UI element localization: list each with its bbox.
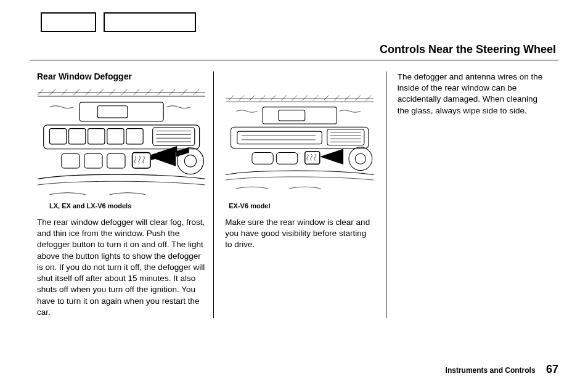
- svg-line-7: [97, 89, 104, 95]
- svg-line-40: [239, 96, 245, 101]
- nav-box-2[interactable]: [104, 12, 196, 32]
- dashboard-illustration-2: [226, 88, 374, 198]
- svg-line-39: [229, 96, 234, 101]
- svg-point-64: [349, 147, 372, 171]
- svg-line-14: [181, 89, 187, 95]
- svg-line-10: [134, 89, 140, 95]
- svg-point-30: [184, 155, 196, 166]
- content-columns: Rear Window Defogger: [30, 71, 558, 318]
- svg-line-12: [157, 89, 163, 95]
- svg-rect-54: [279, 110, 305, 121]
- svg-line-8: [110, 89, 116, 95]
- svg-line-11: [145, 89, 152, 95]
- svg-rect-66: [252, 152, 273, 164]
- svg-line-52: [366, 96, 372, 101]
- svg-line-15: [194, 89, 200, 95]
- svg-rect-19: [49, 129, 66, 144]
- svg-point-65: [356, 153, 366, 164]
- column-2: EX-V6 model Make sure the rear window is…: [214, 71, 386, 318]
- svg-rect-31: [62, 154, 80, 168]
- page-footer: Instruments and Controls 67: [446, 363, 558, 376]
- svg-rect-20: [69, 129, 86, 144]
- svg-line-44: [281, 96, 287, 101]
- svg-rect-21: [88, 129, 105, 144]
- column-1: Rear Window Defogger: [30, 71, 214, 318]
- dashboard-illustration-1: [38, 88, 205, 198]
- svg-line-47: [313, 96, 319, 101]
- figure-caption-2: EX-V6 model: [225, 202, 374, 210]
- svg-rect-33: [107, 154, 125, 168]
- nav-box-1[interactable]: [41, 12, 96, 32]
- svg-line-4: [62, 89, 68, 95]
- svg-rect-59: [327, 129, 364, 145]
- col2-body: Make sure the rear window is clear and y…: [225, 217, 374, 251]
- svg-rect-56: [237, 131, 322, 144]
- title-rule: [30, 60, 558, 60]
- svg-rect-32: [84, 154, 102, 168]
- svg-marker-69: [321, 149, 343, 164]
- svg-rect-24: [153, 128, 195, 145]
- svg-line-6: [86, 89, 92, 95]
- svg-line-3: [49, 89, 55, 95]
- svg-line-2: [38, 89, 44, 95]
- svg-line-45: [292, 96, 298, 101]
- section-heading: Rear Window Defogger: [37, 71, 206, 81]
- figure-lx-ex-models: [37, 88, 206, 198]
- svg-rect-16: [80, 102, 163, 121]
- spacer: [225, 71, 374, 88]
- figure-caption-1: LX, EX and LX-V6 models: [37, 202, 206, 210]
- svg-line-49: [334, 96, 340, 101]
- svg-rect-67: [277, 152, 298, 164]
- svg-rect-17: [97, 106, 128, 118]
- col1-body: The rear window defogger will clear fog,…: [37, 217, 206, 318]
- page-title: Controls Near the Steering Wheel: [30, 43, 558, 56]
- svg-rect-53: [263, 107, 337, 124]
- footer-section-name: Instruments and Controls: [446, 366, 536, 375]
- svg-line-41: [250, 96, 255, 101]
- svg-rect-22: [107, 129, 124, 144]
- manual-page: Controls Near the Steering Wheel Rear Wi…: [0, 0, 588, 387]
- svg-line-46: [303, 96, 308, 101]
- figure-ex-v6-model: [225, 88, 374, 198]
- svg-line-48: [324, 96, 329, 101]
- svg-line-43: [271, 96, 276, 101]
- col3-body: The defogger and antenna wires on the in…: [398, 71, 551, 116]
- svg-line-13: [169, 89, 176, 95]
- svg-line-51: [356, 96, 361, 101]
- column-3: The defogger and antenna wires on the in…: [386, 71, 558, 318]
- footer-page-number: 67: [546, 363, 558, 375]
- svg-line-50: [345, 96, 350, 101]
- svg-rect-23: [126, 129, 143, 144]
- nav-placeholder-boxes: [41, 12, 558, 32]
- svg-line-9: [121, 89, 128, 95]
- svg-line-5: [73, 89, 80, 95]
- svg-line-42: [260, 96, 266, 101]
